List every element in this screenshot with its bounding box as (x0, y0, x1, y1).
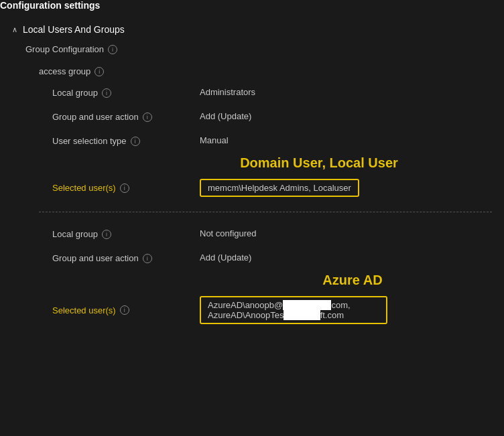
selected-users-label-col-1: Selected user(s) i (52, 183, 200, 193)
local-group-value-1: Administrators (200, 87, 492, 97)
group-user-action-label-2: Group and user action (52, 253, 139, 263)
selected-users-label-col-2: Selected user(s) i (52, 305, 200, 315)
group-user-action-info-icon-1[interactable]: i (143, 113, 152, 122)
redacted-1 (283, 300, 331, 310)
user-selection-type-label-col: User selection type i (52, 135, 200, 146)
local-group-info-icon-2[interactable]: i (102, 230, 111, 239)
chevron-icon: ∧ (12, 25, 17, 34)
main-content: ∧ Local Users And Groups Group Configura… (0, 11, 504, 336)
access-group-label: access group (39, 66, 90, 76)
page-header-title: Configuration settings (0, 0, 100, 11)
selected-users-info-icon-2[interactable]: i (120, 305, 129, 315)
access-group-section: access group i Local group i Administrat… (12, 58, 492, 330)
user-selection-type-label: User selection type (52, 136, 127, 146)
user-selection-type-info-icon[interactable]: i (131, 137, 140, 146)
divider-1 (39, 212, 492, 212)
user-selection-type-row: User selection type i Manual (39, 129, 492, 153)
annotation-domain-user: Domain User, Local User (39, 153, 492, 173)
local-group-row-2: Local group i Not configured (39, 222, 492, 246)
group-config-label: Group Configuration (25, 44, 104, 54)
page-header: Configuration settings (0, 0, 504, 11)
section-header[interactable]: ∧ Local Users And Groups (12, 17, 492, 40)
group-config-row: Group Configuration i (12, 40, 492, 58)
selected-users-value-box-2: AzureAD\anoopb@ com, AzureAD\AnoopTes ft… (200, 296, 387, 324)
group-user-action-label-col-2: Group and user action i (52, 252, 200, 263)
access-group-label-row: access group i (39, 62, 492, 80)
local-group-row-1: Local group i Administrators (39, 80, 492, 104)
selected-users-value-box-1: memcm\Helpdesk Admins, Localuser (200, 179, 359, 197)
local-group-label-2: Local group (52, 229, 98, 239)
group-user-action-label-col-1: Group and user action i (52, 111, 200, 122)
group-user-action-label-1: Group and user action (52, 112, 139, 122)
local-group-label-1: Local group (52, 88, 98, 98)
group-user-action-row-2: Group and user action i Add (Update) (39, 246, 492, 270)
selected-users-info-icon-1[interactable]: i (120, 184, 129, 193)
selected-users-label-1: Selected user(s) (52, 183, 116, 193)
access-group-info-icon[interactable]: i (94, 67, 104, 76)
local-group-label-col-1: Local group i (52, 87, 200, 98)
user-selection-type-value: Manual (200, 135, 492, 145)
group-user-action-row-1: Group and user action i Add (Update) (39, 104, 492, 129)
group-user-action-value-2: Add (Update) (200, 252, 492, 263)
group-user-action-info-icon-2[interactable]: i (143, 254, 152, 263)
selected-users-value-1: memcm\Helpdesk Admins, Localuser (208, 183, 351, 193)
selected-users-row-1: Selected user(s) i memcm\Helpdesk Admins… (39, 173, 492, 202)
local-group-value-2: Not configured (200, 228, 492, 238)
section-title: Local Users And Groups (23, 24, 125, 35)
local-group-label-col-2: Local group i (52, 228, 200, 239)
selected-users-value-2-line1: AzureAD\anoopb@ com, (208, 300, 379, 310)
selected-users-value-2-line2: AzureAD\AnoopTes ft.com (208, 310, 379, 320)
local-group-info-icon-1[interactable]: i (102, 88, 111, 98)
page-container: Configuration settings ∧ Local Users And… (0, 0, 504, 336)
group-user-action-value-1: Add (Update) (200, 111, 492, 121)
redacted-2 (284, 310, 320, 320)
annotation-azure-ad: Azure AD (39, 270, 492, 291)
group-config-info-icon[interactable]: i (108, 45, 117, 54)
selected-users-label-2: Selected user(s) (52, 305, 116, 315)
selected-users-row-2: Selected user(s) i AzureAD\anoopb@ com, … (39, 291, 492, 330)
